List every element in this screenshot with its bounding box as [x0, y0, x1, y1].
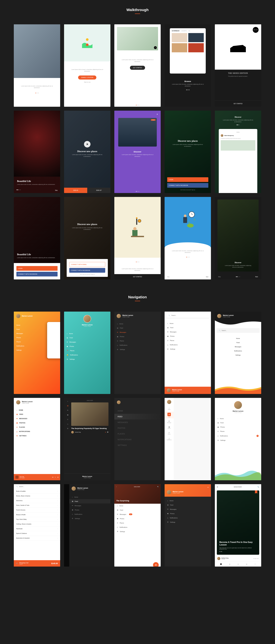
pagination-dots[interactable] — [117, 260, 158, 264]
avatar[interactable] — [117, 314, 121, 318]
pagination-dots[interactable] — [219, 125, 257, 125]
menu-item-home[interactable]: ⌂HOME — [14, 408, 60, 412]
skip-link[interactable]: Skip — [55, 190, 58, 191]
get-started-button[interactable]: GET STARTED — [215, 100, 261, 107]
search-input[interactable] — [171, 315, 207, 316]
close-icon[interactable]: ✕ — [156, 113, 158, 115]
product-thumb[interactable] — [188, 43, 204, 52]
cart-bar[interactable]: 🛒 Shopping Cart3 items $145.00 — [14, 560, 60, 566]
menu-item-settings[interactable]: ⚙Settings — [164, 520, 211, 524]
avatar[interactable] — [72, 486, 76, 491]
menu-item-home[interactable]: ⌂Home — [164, 321, 211, 326]
menu-item-notifications[interactable]: △Notifications — [164, 516, 211, 520]
menu-item-home[interactable]: ⌂Home — [164, 406, 174, 411]
tab-jackets[interactable]: JACKETS — [182, 30, 187, 32]
get-started-button[interactable]: GET STARTED — [114, 274, 161, 280]
tab-calendar-icon[interactable]: ▦ — [246, 563, 247, 565]
pagination-dots[interactable] — [16, 190, 21, 191]
menu-item-notifications[interactable]: NOTIFICATIONS — [118, 437, 158, 442]
menu-item-messages[interactable]: ✉Messages — [69, 504, 110, 508]
menu-item-feed[interactable]: ▤Feed — [114, 326, 161, 330]
message-icon[interactable]: ✉ — [67, 410, 68, 411]
menu-item-messages[interactable]: MESSAGES — [118, 420, 158, 425]
menu-item-places[interactable]: ⊙Places — [164, 338, 211, 343]
menu-item-settings[interactable]: ⚙Settings — [64, 357, 110, 362]
menu-item-settings[interactable]: ⚙Settings — [114, 348, 161, 352]
search-input[interactable] — [19, 486, 58, 487]
menu-item-photos[interactable]: ▣Photos — [164, 425, 174, 430]
avatar[interactable] — [117, 400, 120, 404]
feed-icon[interactable]: ▤ — [67, 405, 68, 406]
get-started-button[interactable]: GET STARTED — [130, 66, 145, 70]
close-fab[interactable]: ✕ — [153, 562, 159, 566]
menu-item-messages[interactable]: Messages — [215, 345, 261, 349]
signup-button[interactable]: SIGN UP — [87, 188, 110, 193]
menu-item-settings[interactable]: ⚙Settings — [114, 529, 161, 534]
close-icon[interactable]: ✕ — [208, 486, 208, 488]
skip-link[interactable]: Skip — [167, 276, 170, 278]
menu-item-feed[interactable]: FEED — [114, 414, 161, 420]
menu-item-feed[interactable]: ▤Feed — [69, 499, 110, 504]
avatar[interactable] — [83, 315, 91, 323]
pagination-dots[interactable] — [167, 256, 208, 259]
menu-item-settings[interactable]: ⚙SETTINGS — [14, 434, 60, 438]
menu-item-feed[interactable]: ▤Feed — [64, 336, 110, 340]
menu-item-photos[interactable]: ▣Photos — [64, 344, 110, 348]
pagination-dots[interactable] — [236, 276, 240, 277]
menu-item-settings[interactable]: ⚙Settings — [164, 347, 211, 351]
menu-item-photos[interactable]: ▣Photos — [69, 508, 110, 512]
menu-item-feed[interactable]: ▤Feed — [164, 503, 211, 507]
menu-item-places[interactable]: 📍Places — [64, 348, 110, 353]
play-button[interactable] — [84, 141, 90, 148]
bookmark-icon[interactable] — [255, 490, 257, 494]
menu-icon[interactable]: ☰ — [217, 486, 218, 488]
menu-item-feed[interactable]: ▤FEED — [14, 412, 60, 416]
menu-item-places[interactable]: ⊙Places — [215, 429, 261, 434]
menu-item-photos[interactable]: ▣Photos — [164, 511, 211, 516]
menu-item-places[interactable]: ⊙PLACES — [14, 425, 60, 430]
menu-item-home[interactable]: ⌂Home — [114, 322, 161, 326]
avatar[interactable] — [16, 400, 20, 404]
play-icon[interactable]: ▷ — [55, 476, 56, 478]
menu-item-notifications[interactable]: △Notifications — [114, 525, 161, 529]
gear-icon[interactable]: ⚙ — [67, 428, 68, 430]
menu-item-notifications[interactable]: △NOTIFICATIONS — [14, 430, 60, 434]
email-button[interactable]: CONNECT WITH EMAIL — [69, 262, 105, 267]
menu-item-places[interactable]: ⊙Places — [114, 339, 161, 343]
menu-item-photos[interactable]: ▣Photos — [114, 334, 161, 339]
likes[interactable]: ♥ 326 — [220, 551, 222, 552]
pagination-dots[interactable] — [164, 88, 211, 92]
menu-item-settings[interactable]: ⚙Settings — [215, 438, 261, 442]
enable-location-button[interactable]: ENABLE LOCATION — [78, 76, 96, 80]
avatar[interactable] — [217, 314, 221, 318]
signin-button[interactable]: SIGN IN — [64, 188, 87, 193]
heart-icon[interactable]: ♥ — [105, 432, 106, 433]
search-icon[interactable]: 🔍 — [258, 486, 259, 488]
pagination-dots[interactable] — [14, 91, 60, 94]
skip-link[interactable]: Skip — [218, 276, 220, 278]
tab-home-icon[interactable]: ⬛ — [220, 563, 222, 565]
product-thumb[interactable] — [188, 33, 204, 42]
next-icon[interactable]: ⏭ — [58, 476, 58, 478]
menu-item-messages[interactable]: ✉Messages — [64, 340, 110, 344]
facebook-button[interactable]: CONNECT WITH FACEBOOK — [167, 183, 208, 188]
avatar[interactable] — [167, 490, 171, 494]
prev-icon[interactable]: ⏮ — [52, 476, 54, 478]
category-item[interactable]: Home, Garden & Tools› — [14, 503, 60, 508]
category-item[interactable]: Sports & Outdoors› — [14, 531, 60, 536]
category-item[interactable]: Handmade› — [14, 526, 60, 531]
category-item[interactable]: Books & Audible› — [14, 489, 60, 494]
tab-list-icon[interactable]: ▤ — [238, 563, 239, 565]
next-link[interactable]: Next — [206, 276, 208, 278]
search-bar[interactable]: 🔍 — [14, 484, 60, 489]
facebook-button[interactable]: CONNECT WITH FACEBOOK — [16, 272, 58, 276]
category-item[interactable]: Clothing, Shoes & Jewelry› — [14, 522, 60, 526]
menu-item-places[interactable]: ⊙Places — [114, 521, 161, 525]
menu-item-photos[interactable]: PHOTOS — [118, 425, 158, 431]
menu-item-photos[interactable]: ▣Photos — [114, 516, 161, 521]
photo-icon[interactable]: ▣ — [67, 414, 68, 416]
login-button[interactable]: LOGIN — [16, 266, 58, 271]
menu-item-settings[interactable]: SETTINGS — [118, 442, 158, 448]
category-item[interactable]: Beauty & Health› — [14, 512, 60, 517]
menu-item-feed[interactable]: ▤Feed — [164, 326, 211, 330]
